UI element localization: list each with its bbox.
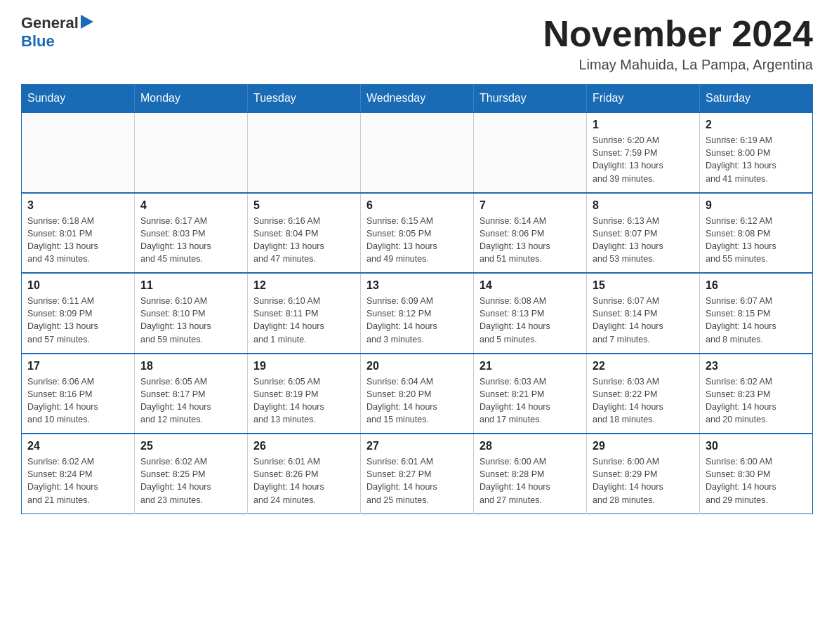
day-number: 5 [253, 199, 355, 212]
calendar-cell: 3Sunrise: 6:18 AM Sunset: 8:01 PM Daylig… [22, 193, 135, 274]
day-number: 27 [366, 440, 468, 452]
day-info: Sunrise: 6:10 AM Sunset: 8:11 PM Dayligh… [253, 295, 355, 346]
day-number: 29 [593, 440, 694, 452]
calendar-cell: 28Sunrise: 6:00 AM Sunset: 8:28 PM Dayli… [474, 434, 587, 514]
calendar-cell: 25Sunrise: 6:02 AM Sunset: 8:25 PM Dayli… [135, 434, 248, 514]
calendar-cell: 15Sunrise: 6:07 AM Sunset: 8:14 PM Dayli… [587, 273, 700, 354]
logo-blue-text: Blue [21, 32, 55, 50]
weekday-header-tuesday: Tuesday [248, 85, 361, 113]
day-info: Sunrise: 6:03 AM Sunset: 8:21 PM Dayligh… [479, 375, 581, 427]
day-number: 3 [27, 199, 128, 212]
calendar-cell: 29Sunrise: 6:00 AM Sunset: 8:29 PM Dayli… [587, 434, 700, 514]
day-info: Sunrise: 6:20 AM Sunset: 7:59 PM Dayligh… [593, 134, 694, 185]
calendar-cell: 19Sunrise: 6:05 AM Sunset: 8:19 PM Dayli… [248, 354, 361, 434]
day-info: Sunrise: 6:00 AM Sunset: 8:28 PM Dayligh… [479, 455, 581, 507]
day-info: Sunrise: 6:02 AM Sunset: 8:23 PM Dayligh… [706, 375, 807, 427]
logo-triangle-icon [81, 15, 93, 29]
calendar-week-3: 10Sunrise: 6:11 AM Sunset: 8:09 PM Dayli… [22, 273, 813, 354]
day-info: Sunrise: 6:07 AM Sunset: 8:14 PM Dayligh… [593, 295, 694, 346]
calendar-cell: 20Sunrise: 6:04 AM Sunset: 8:20 PM Dayli… [361, 354, 474, 434]
month-year-title: November 2024 [543, 14, 813, 54]
calendar-cell [135, 112, 248, 193]
day-number: 2 [706, 119, 807, 131]
day-number: 23 [706, 360, 807, 373]
day-info: Sunrise: 6:09 AM Sunset: 8:12 PM Dayligh… [366, 295, 468, 346]
day-info: Sunrise: 6:11 AM Sunset: 8:09 PM Dayligh… [27, 295, 128, 346]
day-number: 18 [140, 360, 241, 373]
calendar-cell: 14Sunrise: 6:08 AM Sunset: 8:13 PM Dayli… [474, 273, 587, 354]
day-number: 20 [366, 360, 468, 373]
calendar-cell: 5Sunrise: 6:16 AM Sunset: 8:04 PM Daylig… [248, 193, 361, 274]
day-info: Sunrise: 6:15 AM Sunset: 8:05 PM Dayligh… [366, 215, 468, 266]
day-number: 16 [706, 279, 807, 292]
calendar-cell: 27Sunrise: 6:01 AM Sunset: 8:27 PM Dayli… [361, 434, 474, 514]
day-number: 19 [253, 360, 355, 373]
calendar-table: SundayMondayTuesdayWednesdayThursdayFrid… [21, 84, 813, 514]
day-number: 4 [140, 199, 241, 212]
calendar-cell [22, 112, 135, 193]
day-number: 6 [366, 199, 468, 212]
day-info: Sunrise: 6:12 AM Sunset: 8:08 PM Dayligh… [706, 215, 807, 266]
day-info: Sunrise: 6:16 AM Sunset: 8:04 PM Dayligh… [253, 215, 355, 266]
day-number: 1 [593, 119, 694, 131]
calendar-cell: 9Sunrise: 6:12 AM Sunset: 8:08 PM Daylig… [700, 193, 813, 274]
day-number: 30 [706, 440, 807, 452]
day-number: 11 [140, 279, 241, 292]
weekday-header-friday: Friday [587, 85, 700, 113]
day-number: 26 [253, 440, 355, 452]
day-number: 28 [479, 440, 581, 452]
day-number: 15 [593, 279, 694, 292]
day-info: Sunrise: 6:17 AM Sunset: 8:03 PM Dayligh… [140, 215, 241, 266]
svg-marker-0 [81, 15, 93, 29]
calendar-cell: 16Sunrise: 6:07 AM Sunset: 8:15 PM Dayli… [700, 273, 813, 354]
weekday-header-sunday: Sunday [22, 85, 135, 113]
calendar-cell [474, 112, 587, 193]
day-info: Sunrise: 6:02 AM Sunset: 8:24 PM Dayligh… [27, 455, 128, 507]
day-number: 25 [140, 440, 241, 452]
day-number: 14 [479, 279, 581, 292]
calendar-cell: 24Sunrise: 6:02 AM Sunset: 8:24 PM Dayli… [22, 434, 135, 514]
day-info: Sunrise: 6:02 AM Sunset: 8:25 PM Dayligh… [140, 455, 241, 507]
day-info: Sunrise: 6:01 AM Sunset: 8:26 PM Dayligh… [253, 455, 355, 507]
day-info: Sunrise: 6:18 AM Sunset: 8:01 PM Dayligh… [27, 215, 128, 266]
day-info: Sunrise: 6:08 AM Sunset: 8:13 PM Dayligh… [479, 295, 581, 346]
location-subtitle: Limay Mahuida, La Pampa, Argentina [543, 57, 813, 73]
day-info: Sunrise: 6:06 AM Sunset: 8:16 PM Dayligh… [27, 375, 128, 427]
day-info: Sunrise: 6:13 AM Sunset: 8:07 PM Dayligh… [593, 215, 694, 266]
day-info: Sunrise: 6:10 AM Sunset: 8:10 PM Dayligh… [140, 295, 241, 346]
calendar-body: 1Sunrise: 6:20 AM Sunset: 7:59 PM Daylig… [22, 112, 813, 514]
calendar-cell: 10Sunrise: 6:11 AM Sunset: 8:09 PM Dayli… [22, 273, 135, 354]
day-info: Sunrise: 6:07 AM Sunset: 8:15 PM Dayligh… [706, 295, 807, 346]
calendar-cell [248, 112, 361, 193]
day-info: Sunrise: 6:19 AM Sunset: 8:00 PM Dayligh… [706, 134, 807, 185]
calendar-week-1: 1Sunrise: 6:20 AM Sunset: 7:59 PM Daylig… [22, 112, 813, 193]
weekday-header-saturday: Saturday [700, 85, 813, 113]
calendar-cell: 1Sunrise: 6:20 AM Sunset: 7:59 PM Daylig… [587, 112, 700, 193]
calendar-cell: 7Sunrise: 6:14 AM Sunset: 8:06 PM Daylig… [474, 193, 587, 274]
weekday-header-monday: Monday [135, 85, 248, 113]
calendar-cell: 12Sunrise: 6:10 AM Sunset: 8:11 PM Dayli… [248, 273, 361, 354]
calendar-cell: 26Sunrise: 6:01 AM Sunset: 8:26 PM Dayli… [248, 434, 361, 514]
day-number: 21 [479, 360, 581, 373]
calendar-cell: 4Sunrise: 6:17 AM Sunset: 8:03 PM Daylig… [135, 193, 248, 274]
day-number: 17 [27, 360, 128, 373]
weekday-header-wednesday: Wednesday [361, 85, 474, 113]
weekday-header-row: SundayMondayTuesdayWednesdayThursdayFrid… [22, 85, 813, 113]
weekday-header-thursday: Thursday [474, 85, 587, 113]
calendar-cell: 8Sunrise: 6:13 AM Sunset: 8:07 PM Daylig… [587, 193, 700, 274]
day-info: Sunrise: 6:14 AM Sunset: 8:06 PM Dayligh… [479, 215, 581, 266]
day-number: 7 [479, 199, 581, 212]
calendar-cell: 18Sunrise: 6:05 AM Sunset: 8:17 PM Dayli… [135, 354, 248, 434]
calendar-week-5: 24Sunrise: 6:02 AM Sunset: 8:24 PM Dayli… [22, 434, 813, 514]
logo: General Blue [21, 14, 93, 51]
calendar-cell: 6Sunrise: 6:15 AM Sunset: 8:05 PM Daylig… [361, 193, 474, 274]
calendar-cell: 11Sunrise: 6:10 AM Sunset: 8:10 PM Dayli… [135, 273, 248, 354]
title-area: November 2024 Limay Mahuida, La Pampa, A… [543, 14, 813, 73]
day-number: 22 [593, 360, 694, 373]
calendar-cell: 30Sunrise: 6:00 AM Sunset: 8:30 PM Dayli… [700, 434, 813, 514]
day-info: Sunrise: 6:05 AM Sunset: 8:17 PM Dayligh… [140, 375, 241, 427]
day-number: 8 [593, 199, 694, 212]
day-number: 24 [27, 440, 128, 452]
day-number: 10 [27, 279, 128, 292]
calendar-cell: 17Sunrise: 6:06 AM Sunset: 8:16 PM Dayli… [22, 354, 135, 434]
